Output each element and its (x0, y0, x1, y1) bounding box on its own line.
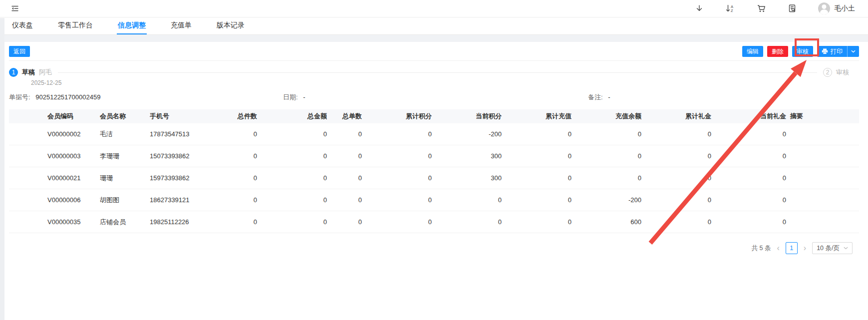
chevron-down-icon (851, 50, 856, 53)
user-avatar-icon (818, 2, 830, 14)
step1-indicator: 1 (9, 68, 18, 77)
member-name: 珊珊 (100, 174, 150, 183)
member-name: 胡图图 (100, 196, 150, 205)
chevron-down-icon (844, 247, 848, 250)
member-phone: 15973393862 (150, 174, 210, 182)
col-total-orders: 总单数 (327, 112, 362, 121)
member-phone: 15073393862 (150, 152, 210, 160)
tab-retail-workbench[interactable]: 零售工作台 (57, 17, 94, 34)
table-row[interactable]: V00000006 胡图图 18627339121 0 0 0 0 0 0 -2… (9, 189, 859, 211)
user-name: 毛小土 (834, 4, 855, 13)
print-dropdown-caret[interactable] (847, 46, 859, 57)
member-table: 会员编码 会员名称 手机号 总件数 总金额 总单数 累计积分 当前积分 累计充值… (9, 109, 859, 233)
table-row[interactable]: V00000003 李珊珊 15073393862 0 0 0 0 300 0 … (9, 145, 859, 167)
printer-icon (822, 48, 828, 54)
step1-operator: 阿毛 (39, 68, 52, 77)
step2-indicator: 2 (823, 68, 832, 77)
order-no-label: 单据号: (9, 93, 30, 101)
print-button-label: 打印 (831, 47, 843, 56)
step1-title: 草稿 (22, 68, 35, 77)
col-current-gift: 当前礼金 (711, 112, 786, 121)
shopping-cart-icon[interactable] (756, 3, 766, 13)
col-accum-gift: 累计礼金 (641, 112, 711, 121)
member-phone: 18627339121 (150, 196, 210, 204)
date-label: 日期: (283, 93, 298, 101)
member-code: V00000006 (47, 196, 100, 204)
remark-label: 备注: (588, 93, 603, 101)
audit-button[interactable]: 审核 (792, 46, 813, 57)
col-phone: 手机号 (150, 112, 210, 121)
user-menu[interactable]: 毛小土 (818, 2, 855, 14)
document-info: 单据号: 902512251700002459 日期: - 备注: - (9, 93, 859, 102)
col-accum-points: 累计积分 (362, 112, 432, 121)
member-name: 毛洁 (100, 130, 150, 139)
back-button[interactable]: 返回 (9, 46, 30, 57)
tab-dashboard[interactable]: 仪表盘 (11, 17, 34, 34)
table-row[interactable]: V00000021 珊珊 15973393862 0 0 0 0 300 0 0… (9, 167, 859, 189)
col-member-name: 会员名称 (100, 112, 150, 121)
member-name: 店铺会员 (100, 218, 150, 227)
current-page[interactable]: 1 (786, 242, 798, 254)
download-icon[interactable] (694, 3, 704, 13)
tab-info-adjust[interactable]: 信息调整 (117, 17, 147, 34)
topbar-actions: A Z 毛小土 (694, 2, 855, 14)
sort-az-icon[interactable]: A Z (725, 3, 735, 13)
col-total-items: 总件数 (210, 112, 257, 121)
member-code: V00000035 (47, 218, 100, 226)
delete-button[interactable]: 删除 (767, 46, 788, 57)
order-no-value: 902512251700002459 (35, 93, 100, 101)
toolbar-actions: 编辑 删除 审核 打印 (742, 46, 859, 57)
table-header: 会员编码 会员名称 手机号 总件数 总金额 总单数 累计积分 当前积分 累计充值… (9, 109, 859, 123)
prev-page-button[interactable]: ‹ (777, 244, 779, 252)
col-member-code: 会员编码 (47, 112, 100, 121)
table-row[interactable]: V00000002 毛洁 17873547513 0 0 0 0 -200 0 … (9, 123, 859, 145)
member-code: V00000002 (47, 130, 100, 138)
toolbar: 返回 编辑 删除 审核 打印 (9, 46, 859, 57)
pagination: 共 5 条 ‹ 1 › 10 条/页 (9, 242, 859, 254)
pagination-total: 共 5 条 (752, 244, 771, 253)
step1-date: 2025-12-25 (31, 79, 859, 86)
member-code: V00000021 (47, 174, 100, 182)
left-rail (0, 18, 4, 320)
document-search-icon[interactable] (787, 3, 797, 13)
col-current-points: 当前积分 (432, 112, 502, 121)
member-name: 李珊珊 (100, 152, 150, 161)
col-summary: 摘要 (786, 112, 859, 121)
remark-value: - (608, 93, 610, 101)
page-size-select[interactable]: 10 条/页 (812, 242, 853, 254)
step-connector (58, 72, 817, 73)
svg-text:Z: Z (731, 8, 733, 13)
step2-title: 审核 (836, 68, 849, 77)
table-row[interactable]: V00000035 店铺会员 19825112226 0 0 0 0 0 0 6… (9, 211, 859, 233)
print-button[interactable]: 打印 (817, 46, 847, 57)
tab-version-record[interactable]: 版本记录 (216, 17, 246, 34)
date-value: - (303, 93, 305, 101)
workflow-steps: 1 草稿 阿毛 2 审核 (9, 61, 859, 77)
next-page-button[interactable]: › (804, 244, 806, 252)
col-recharge-balance: 充值余额 (572, 112, 641, 121)
collapse-menu-icon[interactable] (10, 3, 20, 13)
tab-bar: 仪表盘 零售工作台 信息调整 充值单 版本记录 (0, 17, 868, 35)
member-code: V00000003 (47, 152, 100, 160)
col-total-amount: 总金额 (257, 112, 327, 121)
member-phone: 17873547513 (150, 130, 210, 138)
detail-panel: 返回 编辑 删除 审核 打印 (0, 42, 868, 254)
content-gap (0, 35, 868, 42)
page-size-value: 10 条/页 (817, 244, 840, 253)
top-bar: A Z 毛小土 (0, 0, 868, 17)
edit-button[interactable]: 编辑 (742, 46, 763, 57)
member-phone: 19825112226 (150, 218, 210, 226)
tab-recharge-order[interactable]: 充值单 (170, 17, 193, 34)
print-button-group: 打印 (817, 46, 859, 57)
col-accum-recharge: 累计充值 (502, 112, 572, 121)
